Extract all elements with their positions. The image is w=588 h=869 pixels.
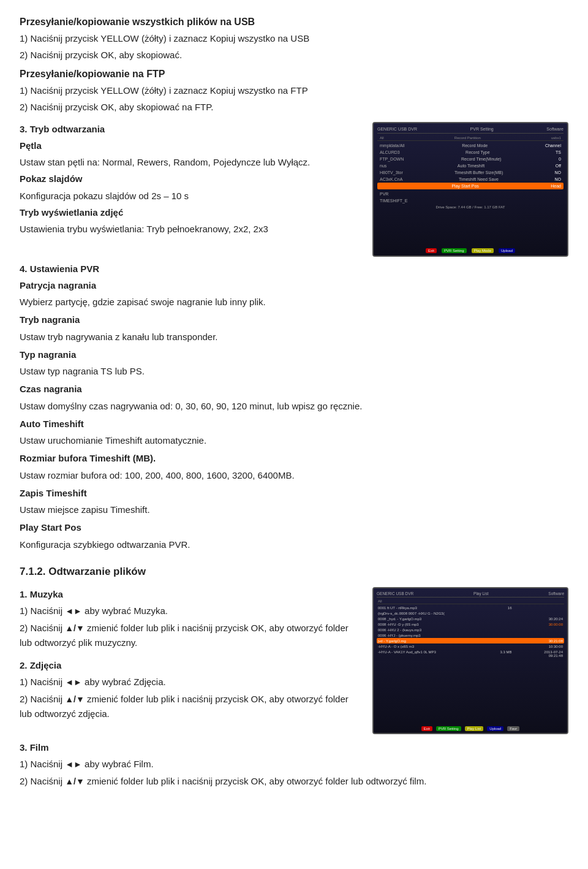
pl-row-5: 0006 -HXU 2 - (kauys.mp3 <box>377 627 564 632</box>
film-step2-post: zmienić folder lub plik i naciśnij przyc… <box>87 776 426 786</box>
photo-step2-pre: 2) Naciśnij <box>20 694 62 704</box>
timeshift-save-label: Zapis Timeshift <box>20 488 87 498</box>
partition-subsection: Patrycja nagrania Wybierz partycję, gdzi… <box>20 278 568 309</box>
ftp-copy-section: Przesyłanie/kopiowanie na FTP 1) Naciśni… <box>20 67 568 114</box>
pl-row-6: 0006 -HYJ - (pkuemy.mp3 <box>377 632 564 638</box>
pvr-btn-exit: Exit <box>426 248 437 253</box>
pvr-row-pvr: PVR <box>377 191 564 197</box>
photo-step1: 1) Naciśnij ◄► aby wybrać Zdjęcia. <box>20 675 358 689</box>
pvr-screen-image: GENERIC USB DVR PVR Setting Software All… <box>372 122 568 257</box>
pvr-col-all: All <box>380 136 384 140</box>
section4-heading: 4. Ustawienia PVR <box>20 262 568 276</box>
display-mode-label-text: Tryb wyświetlania zdjęć <box>20 205 358 219</box>
photo-title: Zdjęcia <box>30 660 62 670</box>
pl-btn-exit: Exit <box>421 726 432 731</box>
partition-label: Patrycja nagrania <box>20 280 96 290</box>
music-section-container: 1. Muzyka 1) Naciśnij ◄► aby wybrać Muzy… <box>20 587 568 734</box>
pvr-btn-playmode: Play Mode <box>472 248 494 253</box>
display-mode-label: Tryb wyświetlania zdjęć <box>20 207 123 218</box>
record-mode-label: Tryb nagrania <box>20 314 80 325</box>
music-step1: 1) Naciśnij ◄► aby wybrać Muzyka. <box>20 604 358 618</box>
film-step1-post: aby wybrać Film. <box>85 759 154 769</box>
film-num: 3. <box>20 742 28 753</box>
pvr-header: GENERIC USB DVR PVR Setting Software <box>377 127 564 134</box>
usb-copy-section: Przesyłanie/kopiowanie wszystkich plików… <box>20 15 568 62</box>
left-right-arrow-icon: ◄► <box>65 605 82 618</box>
record-mode-text: Ustaw tryb nagrywania z kanału lub trans… <box>20 330 568 344</box>
pl-row-4: 0008 -HYU -D y (6S mp3 30:00:00 <box>377 621 564 627</box>
section4-num: 4. <box>20 264 28 274</box>
auto-timeshift-text: Ustaw uruchomianie Timeshift automatyczn… <box>20 433 568 447</box>
usb-copy-step1: 1) Naciśnij przycisk YELLOW (żółty) i za… <box>20 31 568 45</box>
pl-header: GENERIC USB DVR Play List Software <box>377 591 564 598</box>
film-step2: 2) Naciśnij ▲/▼ zmienić folder lub plik … <box>20 774 568 789</box>
play-start-label: Play Start Pos <box>20 522 81 533</box>
music-heading: 1. Muzyka <box>20 587 358 601</box>
usb-copy-step2: 2) Naciśnij przycisk OK, aby skopiować. <box>20 48 568 62</box>
photo-num: 2. <box>20 660 28 670</box>
pvr-screen-content: GENERIC USB DVR PVR Setting Software All… <box>374 123 567 256</box>
buffer-size-label: Rozmiar bufora Timeshift (MB). <box>20 453 156 463</box>
pvr-row-3: FTP_DOWNRecord Time(Minute)0 <box>377 156 564 162</box>
music-step2: 2) Naciśnij ▲/▼ zmienić folder lub plik … <box>20 621 358 650</box>
music-section-text: 1. Muzyka 1) Naciśnij ◄► aby wybrać Muzy… <box>20 587 358 734</box>
slideshow-label-text: Pokaz slajdów <box>20 172 358 186</box>
pl-row-2: (trgDrv-s_dc.0008 0007 -HXU G - N2G3( <box>377 610 564 616</box>
timeshift-save-text: Ustaw miejsce zapisu Timeshift. <box>20 503 568 517</box>
photo-heading: 2. Zdjęcia <box>20 658 358 672</box>
section3-screenshot: GENERIC USB DVR PVR Setting Software All… <box>372 122 568 257</box>
record-mode-label-text: Tryb nagrania <box>20 313 568 327</box>
pl-row-3: 0008 _hyd. - Y.garlgO.mp3 30:20:24 <box>377 616 564 621</box>
pl-footer-buttons: Exit PVR Setting Play List Upload Favr <box>374 726 567 731</box>
pvr-row-2: ALCURD3Record TypeTS <box>377 149 564 156</box>
pvr-row-5: H80TV_3torTimeshift Buffer Size(MB)NO <box>377 169 564 176</box>
pl-btn-playlist: Play List <box>465 726 484 731</box>
auto-timeshift-label: Auto Timeshift <box>20 419 84 429</box>
up-down-arrow-icon-film: ▲/▼ <box>65 775 85 789</box>
up-down-arrow-icon-photo: ▲/▼ <box>65 693 85 707</box>
display-mode-text: Ustawienia trybu wyświetlania: Tryb pełn… <box>20 222 358 236</box>
photo-step2: 2) Naciśnij ▲/▼ zmienić folder lub plik … <box>20 692 358 721</box>
film-step1: 1) Naciśnij ◄► aby wybrać Film. <box>20 757 568 772</box>
timeshift-save-label-text: Zapis Timeshift <box>20 486 568 500</box>
film-section: 3. Film 1) Naciśnij ◄► aby wybrać Film. … <box>20 740 568 789</box>
partition-label-text: Patrycja nagrania <box>20 278 568 292</box>
partition-text: Wybierz partycję, gdzie zapisać swoje na… <box>20 295 568 309</box>
ftp-copy-title: Przesyłanie/kopiowanie na FTP <box>20 67 568 82</box>
timeshift-save-subsection: Zapis Timeshift Ustaw miejsce zapisu Tim… <box>20 486 568 517</box>
slideshow-label: Pokaz slajdów <box>20 173 83 184</box>
record-type-subsection: Typ nagrania Ustaw typ nagrania TS lub P… <box>20 347 568 379</box>
playlist-screen-content: GENERIC USB DVR Play List Software All 0… <box>374 588 567 733</box>
loop-label-text: Pętla <box>20 139 358 153</box>
pvr-row-4: nusAuto TimeshiftOff <box>377 162 564 169</box>
usb-copy-title: Przesyłanie/kopiowanie wszystkich plików… <box>20 15 568 30</box>
music-title: Muzyka <box>30 589 63 599</box>
music-step1-post: aby wybrać Muzyka. <box>85 605 168 616</box>
pvr-btn-upload: Upload <box>499 248 515 253</box>
pl-btn-setting: PVR Setting <box>436 726 461 731</box>
pl-col-all: All <box>378 599 382 603</box>
pl-row-9: -HYU-A - VAK1Y Aud_q8v1 0L MP3 3.3 MB 20… <box>377 649 564 658</box>
record-mode-subsection: Tryb nagrania Ustaw tryb nagrywania z ka… <box>20 313 568 344</box>
pl-row-1: 0001 ft UT - rtRkya.mp3 16 <box>377 605 564 610</box>
film-step1-pre: 1) Naciśnij <box>20 759 62 769</box>
pl-btn-upload: Upload <box>487 726 503 731</box>
up-down-arrow-icon-music: ▲/▼ <box>65 622 85 636</box>
pl-col-software: Software <box>548 591 564 596</box>
section712-title: 7.1.2. Odtwarzanie plików <box>20 564 568 580</box>
record-time-label: Czas nagrania <box>20 384 82 394</box>
play-start-subsection: Play Start Pos Konfiguracja szybkiego od… <box>20 520 568 552</box>
pvr-footer-buttons: Exit PVR Setting Play Mode Upload <box>374 248 567 253</box>
photo-step1-pre: 1) Naciśnij <box>20 677 62 687</box>
auto-timeshift-label-text: Auto Timeshift <box>20 417 568 431</box>
film-step2-pre: 2) Naciśnij <box>20 776 62 786</box>
section4-container: 4. Ustawienia PVR Patrycja nagrania Wybi… <box>20 262 568 552</box>
playlist-screenshot: GENERIC USB DVR Play List Software All 0… <box>372 587 568 734</box>
pvr-title-right: PVR Setting <box>470 127 494 131</box>
section3-text: 3. Tryb odtwarzania Pętla Ustaw stan pęt… <box>20 122 358 257</box>
music-step1-pre: 1) Naciśnij <box>20 605 62 616</box>
auto-timeshift-subsection: Auto Timeshift Ustaw uruchomianie Timesh… <box>20 417 568 448</box>
record-type-label-text: Typ nagrania <box>20 347 568 362</box>
ftp-copy-step1: 1) Naciśnij przycisk YELLOW (żółty) i za… <box>20 83 568 97</box>
record-time-text: Ustaw domyślny czas nagrywania od: 0, 30… <box>20 399 568 413</box>
